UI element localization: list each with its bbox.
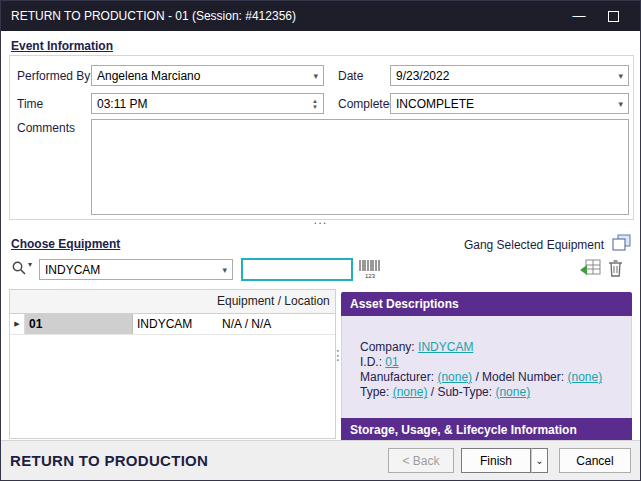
- id-link[interactable]: 01: [385, 355, 398, 369]
- back-button[interactable]: < Back: [388, 448, 454, 473]
- type-link[interactable]: (none): [393, 385, 428, 399]
- completed-label: Completed: [338, 97, 396, 111]
- performed-by-value: Angelena Marciano: [97, 69, 309, 83]
- asset-descriptions-header[interactable]: Asset Descriptions: [341, 292, 632, 316]
- row-selector-icon: ▶: [10, 314, 25, 334]
- equipment-search-input[interactable]: [241, 258, 353, 281]
- completed-value: INCOMPLETE: [396, 97, 614, 111]
- search-filter-button[interactable]: ▾: [11, 260, 32, 280]
- horizontal-splitter-handle[interactable]: ...: [1, 214, 640, 226]
- search-icon: [11, 260, 28, 277]
- asset-descriptions-panel: Asset Descriptions Company: INDYCAM I.D.…: [341, 292, 632, 442]
- model-number-link[interactable]: (none): [567, 370, 602, 384]
- time-input[interactable]: 03:11 PM ▲ ▼: [91, 93, 324, 114]
- company-label: Company:: [360, 340, 415, 354]
- time-spinner[interactable]: ▲ ▼: [312, 98, 318, 110]
- finish-button[interactable]: Finish: [461, 448, 531, 473]
- title-bar: RETURN TO PRODUCTION - 01 (Session: #412…: [1, 1, 640, 31]
- equipment-grid-header[interactable]: Equipment / Location: [10, 290, 335, 314]
- manufacturer-label: Manufacturer:: [360, 370, 434, 384]
- finish-dropdown-button[interactable]: ⌄: [531, 448, 548, 473]
- spin-down-icon[interactable]: ▼: [312, 104, 318, 110]
- equipment-grid: Equipment / Location ▶ 01 INDYCAM N/A / …: [9, 289, 336, 439]
- equipment-location-column-header[interactable]: Equipment / Location: [217, 294, 330, 308]
- comments-label: Comments: [17, 121, 75, 135]
- type-label: Type:: [360, 385, 389, 399]
- chevron-down-icon: ▾: [618, 99, 623, 109]
- choose-equipment-heading: Choose Equipment: [11, 237, 120, 251]
- table-row[interactable]: ▶ 01 INDYCAM N/A / N/A: [10, 314, 335, 335]
- subtype-link[interactable]: (none): [495, 385, 530, 399]
- dialog-window: RETURN TO PRODUCTION - 01 (Session: #412…: [0, 0, 641, 481]
- chevron-down-icon: ▾: [222, 265, 227, 275]
- id-line: I.D.: 01: [360, 355, 623, 370]
- chevron-down-icon: ▾: [28, 260, 32, 269]
- date-value: 9/23/2022: [396, 69, 614, 83]
- minimize-icon: —: [573, 8, 586, 23]
- equipment-list-icon: [579, 259, 601, 278]
- equipment-location-cell: N/A / N/A: [218, 314, 335, 334]
- equipment-id-cell: 01: [25, 314, 133, 334]
- equipment-name-cell: INDYCAM: [133, 314, 218, 334]
- model-number-label: / Model Number:: [475, 370, 564, 384]
- equipment-type-select[interactable]: INDYCAM ▾: [39, 259, 233, 280]
- chevron-down-icon: ▾: [618, 71, 623, 81]
- barcode-icon: 123: [358, 259, 382, 279]
- chevron-down-icon: ⌄: [535, 455, 543, 466]
- company-link[interactable]: INDYCAM: [418, 340, 473, 354]
- type-line: Type: (none) / Sub-Type: (none): [360, 385, 623, 400]
- time-value: 03:11 PM: [97, 97, 308, 111]
- svg-text:123: 123: [365, 273, 376, 279]
- maximize-icon: [608, 11, 619, 22]
- event-information-heading: Event Information: [11, 39, 113, 53]
- storage-usage-lifecycle-header[interactable]: Storage, Usage, & Lifecycle Information: [341, 418, 632, 442]
- minimize-button[interactable]: —: [562, 1, 596, 31]
- footer-bar: RETURN TO PRODUCTION < Back Finish ⌄ Can…: [1, 440, 640, 480]
- add-equipment-list-button[interactable]: [579, 259, 601, 281]
- time-label: Time: [17, 97, 43, 111]
- completed-select[interactable]: INCOMPLETE ▾: [390, 93, 629, 114]
- cancel-button[interactable]: Cancel: [559, 448, 631, 473]
- maximize-button[interactable]: [596, 1, 630, 31]
- equipment-type-value: INDYCAM: [45, 263, 218, 277]
- window-title: RETURN TO PRODUCTION - 01 (Session: #412…: [11, 9, 562, 23]
- delete-equipment-button[interactable]: [607, 259, 624, 281]
- chevron-down-icon: ▾: [313, 71, 318, 81]
- barcode-scan-button[interactable]: 123: [358, 259, 382, 282]
- performed-by-label: Performed By: [17, 69, 90, 83]
- manufacturer-link[interactable]: (none): [437, 370, 472, 384]
- gang-equipment-button[interactable]: [612, 234, 632, 255]
- date-label: Date: [338, 69, 363, 83]
- footer-title: RETURN TO PRODUCTION: [10, 452, 388, 469]
- date-select[interactable]: 9/23/2022 ▾: [390, 65, 629, 86]
- trash-icon: [607, 259, 624, 278]
- id-label: I.D.:: [360, 355, 382, 369]
- asset-descriptions-body: Company: INDYCAM I.D.: 01 Manufacturer: …: [341, 316, 632, 418]
- company-line: Company: INDYCAM: [360, 340, 623, 355]
- subtype-label: / Sub-Type:: [431, 385, 492, 399]
- performed-by-select[interactable]: Angelena Marciano ▾: [91, 65, 324, 86]
- manufacturer-line: Manufacturer: (none) / Model Number: (no…: [360, 370, 623, 385]
- gang-selected-equipment-label: Gang Selected Equipment: [464, 238, 604, 252]
- comments-textarea[interactable]: [91, 119, 629, 215]
- gang-equipment-icon: [612, 234, 632, 252]
